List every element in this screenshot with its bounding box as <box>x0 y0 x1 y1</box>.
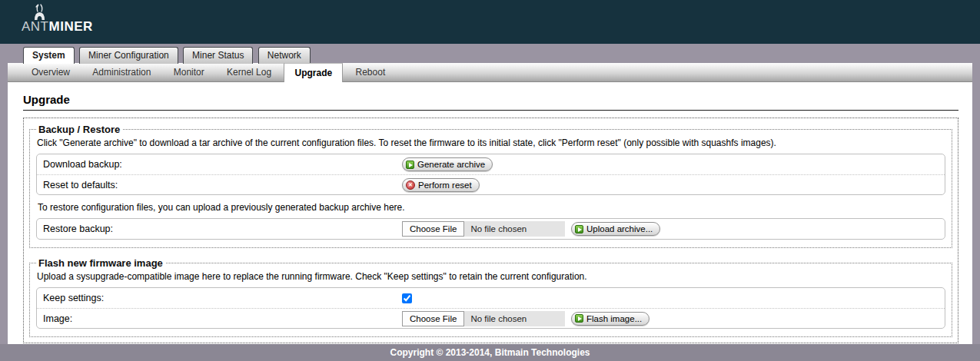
secondary-tab-bar: Overview Administration Monitor Kernel L… <box>8 63 972 82</box>
content-area: Upgrade Backup / Restore Click "Generate… <box>8 82 972 343</box>
keep-settings-checkbox[interactable] <box>402 293 412 303</box>
generate-archive-label: Generate archive <box>417 160 485 169</box>
download-backup-row: Download backup: Generate archive <box>37 154 945 174</box>
subtab-overview[interactable]: Overview <box>22 63 80 82</box>
image-row: Image: Choose File No file chosen Flash … <box>37 308 945 328</box>
image-file-input[interactable]: Choose File No file chosen <box>402 311 565 326</box>
perform-reset-button[interactable]: Perform reset <box>402 178 480 192</box>
keep-settings-control <box>402 293 412 303</box>
reset-defaults-label: Reset to defaults: <box>43 180 402 190</box>
restore-backup-control: Choose File No file chosen Upload archiv… <box>402 221 660 237</box>
upload-archive-label: Upload archive... <box>586 224 653 233</box>
section-backup-restore: Backup / Restore Click "Generate archive… <box>29 124 952 248</box>
main-panel: Overview Administration Monitor Kernel L… <box>8 63 972 344</box>
subtab-kernel-log[interactable]: Kernel Log <box>217 63 281 82</box>
download-backup-label: Download backup: <box>43 159 402 170</box>
backup-actions-box: Download backup: Generate archive Reset … <box>36 154 945 195</box>
keep-settings-label: Keep settings: <box>43 293 402 303</box>
subtab-upgrade[interactable]: Upgrade <box>284 63 343 82</box>
image-choose-file-button[interactable]: Choose File <box>402 311 464 326</box>
flash-box: Keep settings: Image: Choose File No fil… <box>36 287 945 329</box>
restore-choose-file-button[interactable]: Choose File <box>402 221 464 237</box>
section-legend-backup-restore: Backup / Restore <box>36 124 122 135</box>
subtab-administration[interactable]: Administration <box>82 63 161 82</box>
primary-tab-bar: System Miner Configuration Miner Status … <box>0 44 980 63</box>
restore-backup-box: Restore backup: Choose File No file chos… <box>36 218 945 240</box>
section-legend-flash-firmware: Flash new firmware image <box>36 257 165 269</box>
download-backup-control: Generate archive <box>402 157 493 171</box>
tab-network[interactable]: Network <box>258 47 311 64</box>
tab-miner-status[interactable]: Miner Status <box>183 47 253 64</box>
page-title: Upgrade <box>23 93 958 106</box>
perform-reset-label: Perform reset <box>418 180 472 190</box>
logo-miner: MINER <box>49 19 93 34</box>
tab-miner-configuration[interactable]: Miner Configuration <box>79 47 178 64</box>
go-icon <box>575 314 583 323</box>
generate-archive-button[interactable]: Generate archive <box>402 157 493 171</box>
image-file-status: No file chosen <box>464 314 527 323</box>
reset-icon <box>406 180 415 190</box>
subtab-monitor[interactable]: Monitor <box>164 63 214 82</box>
title-divider <box>23 110 958 111</box>
footer: Copyright © 2013-2014, Bitmain Technolog… <box>0 344 980 361</box>
upload-archive-button[interactable]: Upload archive... <box>571 222 660 236</box>
go-icon <box>575 225 583 233</box>
logo-ant: ANT <box>22 19 49 34</box>
image-label: Image: <box>43 313 402 324</box>
form-container: Backup / Restore Click "Generate archive… <box>23 118 958 343</box>
subtab-reboot[interactable]: Reboot <box>346 63 396 82</box>
restore-file-status: No file chosen <box>464 224 527 233</box>
flash-description: Upload a sysupgrade-compatible image her… <box>37 271 945 282</box>
flash-image-button[interactable]: Flash image... <box>571 312 649 326</box>
site-header: ANTMINER <box>0 0 980 44</box>
restore-note: To restore configuration files, you can … <box>38 202 945 213</box>
backup-description: Click "Generate archive" to download a t… <box>37 137 945 148</box>
flash-image-label: Flash image... <box>586 314 642 323</box>
image-control: Choose File No file chosen Flash image..… <box>402 311 649 326</box>
restore-backup-row: Restore backup: Choose File No file chos… <box>37 219 945 239</box>
keep-settings-row: Keep settings: <box>37 288 945 308</box>
restore-backup-label: Restore backup: <box>43 224 402 234</box>
section-flash-firmware: Flash new firmware image Upload a sysupg… <box>29 257 952 337</box>
reset-defaults-control: Perform reset <box>402 178 480 192</box>
logo-text: ANTMINER <box>22 19 93 35</box>
go-icon <box>406 161 414 169</box>
page: { "header": { "logo_light": "ANT", "logo… <box>0 0 980 361</box>
tab-system[interactable]: System <box>23 47 75 64</box>
restore-file-input[interactable]: Choose File No file chosen <box>402 221 565 237</box>
reset-defaults-row: Reset to defaults: Perform reset <box>37 174 945 194</box>
